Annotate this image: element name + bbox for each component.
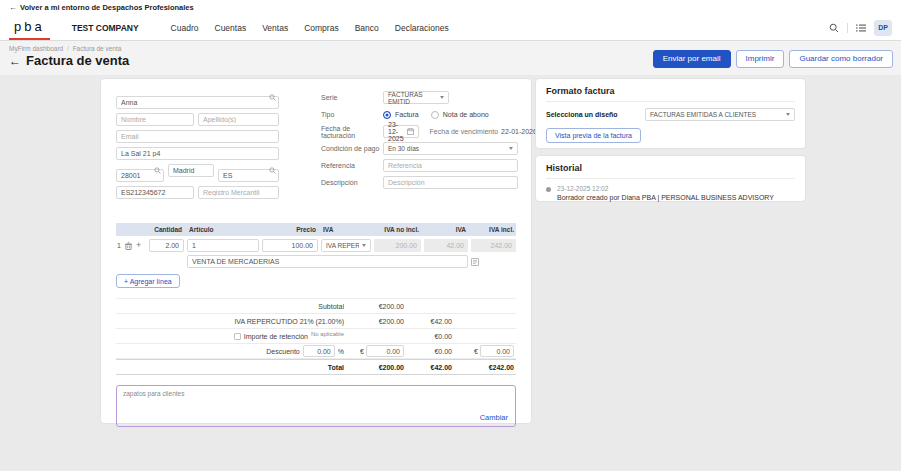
col-precio: Precio xyxy=(262,226,318,233)
pba-logo[interactable]: pba xyxy=(9,15,50,40)
discount-total-input[interactable] xyxy=(480,345,514,357)
nav-item-declaraciones[interactable]: Declaraciones xyxy=(395,23,449,33)
design-select[interactable]: FACTURAS EMITIDAS A CLIENTES xyxy=(645,108,795,121)
search-icon[interactable] xyxy=(154,167,161,174)
note-icon[interactable] xyxy=(471,258,516,266)
total-row: Total €200.00 €42.00 €242.00 xyxy=(116,359,516,375)
breadcrumb-current: Factura de venta xyxy=(73,45,122,52)
add-row-icon[interactable]: + xyxy=(136,241,141,250)
customer-search-input[interactable] xyxy=(116,96,279,109)
totals-section: Subtotal €200.00 IVA REPERCUTIDO 21% (21… xyxy=(116,298,516,375)
retention-note: No aplicable xyxy=(311,331,344,337)
table-row: 1 + IVA REPERCUT 200.00 42.00 242.00 xyxy=(116,239,516,252)
col-iva: IVA xyxy=(321,226,371,233)
invoice-footer-note[interactable]: zapatos para clientes Cambiar xyxy=(116,385,516,427)
breadcrumb-root[interactable]: MyFirm dashboard xyxy=(9,45,63,52)
col-iva2: IVA xyxy=(424,226,468,233)
company-name[interactable]: TEST COMPANY xyxy=(72,23,139,33)
preview-invoice-button[interactable]: Vista previa de la factura xyxy=(546,128,641,143)
discount-label: Descuento xyxy=(266,348,299,355)
save-draft-button[interactable]: Guardar como borrador xyxy=(789,50,893,68)
fecha-facturacion-input[interactable]: 23-12-2025 xyxy=(383,125,419,138)
row-number: 1 xyxy=(117,242,121,249)
search-icon[interactable] xyxy=(269,94,276,101)
history-panel: Historial 23-12-2025 12:02 Borrador crea… xyxy=(535,155,806,202)
invoice-meta-section: Serie FACTURAS EMITID Tipo Factura Nota … xyxy=(321,91,518,203)
chevron-down-icon xyxy=(786,113,790,116)
subtotal-value: €200.00 xyxy=(344,303,404,310)
history-entry-text: Borrador creado por Diana PBA | PERSONAL… xyxy=(557,194,774,201)
send-email-button[interactable]: Enviar por email xyxy=(653,50,731,68)
nav-item-banco[interactable]: Banco xyxy=(355,23,379,33)
first-name-field[interactable] xyxy=(116,113,194,126)
iva-amount-cell: 42.00 xyxy=(424,239,468,252)
main-nav: Cuadro Cuentas Ventas Compras Banco Decl… xyxy=(171,23,449,33)
descripcion-label: Descripción xyxy=(321,179,383,186)
list-icon[interactable] xyxy=(856,24,866,32)
content-area: Serie FACTURAS EMITID Tipo Factura Nota … xyxy=(0,75,901,471)
referencia-field[interactable] xyxy=(383,159,518,172)
precio-input[interactable] xyxy=(262,239,318,252)
nav-item-compras[interactable]: Compras xyxy=(304,23,338,33)
trash-icon[interactable] xyxy=(125,242,132,250)
retention-row: Importe de retención No aplicable €0.00 xyxy=(116,329,516,344)
radio-factura[interactable] xyxy=(383,111,391,119)
back-to-environment-link[interactable]: ← Volver a mi entorno de Despachos Profe… xyxy=(0,0,901,15)
fecha-vencimiento: Fecha de vencimiento22-01-2026 xyxy=(430,128,537,135)
user-avatar[interactable]: DP xyxy=(874,20,892,36)
articulo-input[interactable] xyxy=(187,239,259,252)
main-navbar: pba TEST COMPANY Cuadro Cuentas Ventas C… xyxy=(0,15,901,41)
email-field[interactable] xyxy=(116,130,279,143)
page-title: Factura de venta xyxy=(26,53,129,68)
radio-nota-abono[interactable] xyxy=(431,111,439,119)
referencia-label: Referencia xyxy=(321,162,383,169)
total-iva-value: €42.00 xyxy=(404,364,452,371)
discount-base-value: €0.00 xyxy=(404,348,452,355)
iva-base-value: €200.00 xyxy=(344,318,404,325)
page-back-arrow-icon[interactable]: ← xyxy=(9,54,21,68)
euro-symbol: € xyxy=(474,348,478,355)
col-cantidad: Cantidad xyxy=(149,226,184,233)
base-amount-cell: 200.00 xyxy=(374,239,421,252)
history-entry: 23-12-2025 12:02 Borrador creado por Dia… xyxy=(546,185,795,201)
discount-pct-input[interactable] xyxy=(303,345,335,357)
cantidad-input[interactable] xyxy=(149,239,184,252)
city-field[interactable] xyxy=(168,164,214,177)
condicion-pago-select[interactable]: En 30 días xyxy=(383,142,518,155)
serie-select[interactable]: FACTURAS EMITID xyxy=(383,91,449,104)
nav-item-ventas[interactable]: Ventas xyxy=(262,23,288,33)
design-select-label: Selecciona un diseño xyxy=(546,111,618,118)
line-description-row xyxy=(116,255,516,268)
radio-nota-abono-label: Nota de abono xyxy=(443,111,489,118)
print-button[interactable]: Imprimir xyxy=(736,50,785,68)
add-line-button[interactable]: + Agregar línea xyxy=(116,274,180,288)
iva-select[interactable]: IVA REPERCUT xyxy=(321,239,371,252)
change-note-link[interactable]: Cambiar xyxy=(480,413,508,422)
tax-id-field[interactable] xyxy=(116,186,194,199)
radio-factura-label: Factura xyxy=(395,111,419,118)
nav-item-cuentas[interactable]: Cuentas xyxy=(215,23,247,33)
nav-item-cuadro[interactable]: Cuadro xyxy=(171,23,199,33)
serie-label: Serie xyxy=(321,94,383,101)
retention-label: Importe de retención xyxy=(244,333,308,340)
condicion-pago-label: Condición de pago xyxy=(321,145,383,152)
total-amount-cell: 242.00 xyxy=(471,239,516,252)
line-description-input[interactable] xyxy=(187,255,468,268)
discount-row: Descuento % € €0.00 € xyxy=(116,344,516,359)
registry-field[interactable] xyxy=(198,186,279,199)
page-header: MyFirm dashboard / Factura de venta ← Fa… xyxy=(0,41,901,75)
chevron-down-icon xyxy=(362,244,366,247)
descripcion-field[interactable] xyxy=(383,176,518,189)
fecha-facturacion-label: Fecha de facturación xyxy=(321,125,383,139)
history-panel-title: Historial xyxy=(546,163,795,179)
last-name-field[interactable] xyxy=(198,113,279,126)
history-entry-time: 23-12-2025 12:02 xyxy=(557,185,774,192)
retention-checkbox[interactable] xyxy=(234,333,241,340)
discount-amount-input[interactable] xyxy=(366,345,404,357)
calendar-icon[interactable] xyxy=(407,128,414,135)
address-field[interactable] xyxy=(116,147,279,160)
customer-section xyxy=(116,91,279,203)
format-panel: Formato factura Selecciona un diseño FAC… xyxy=(535,78,806,149)
search-icon[interactable] xyxy=(269,167,276,174)
search-icon[interactable] xyxy=(829,23,839,33)
